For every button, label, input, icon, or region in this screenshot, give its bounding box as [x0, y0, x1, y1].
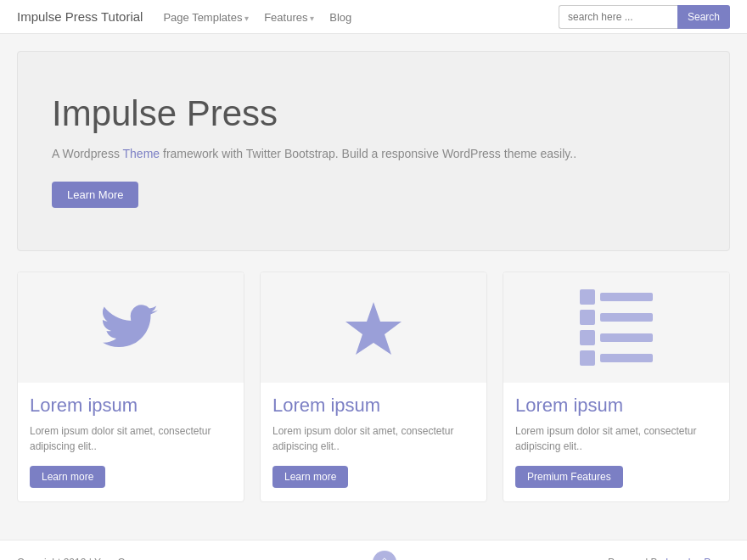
- main-wrapper: Impulse Press A Wordpress Theme framewor…: [8, 34, 739, 540]
- hero-subtitle-highlight: Theme: [123, 147, 160, 160]
- page-templates-link[interactable]: Page Templates: [163, 11, 249, 24]
- card-body-list: Lorem ipsum Lorem ipsum dolor sit amet, …: [503, 383, 729, 501]
- footer-center: ⇧: [373, 551, 396, 560]
- list-bullet: [580, 289, 595, 305]
- card-icon-area-twitter: [18, 272, 244, 383]
- list-row-1: [580, 289, 653, 305]
- card-twitter: Lorem ipsum Lorem ipsum dolor sit amet, …: [17, 272, 244, 502]
- list-row-2: [580, 310, 653, 325]
- cards-row: Lorem ipsum Lorem ipsum dolor sit amet, …: [17, 272, 730, 502]
- card-title-star: Lorem ipsum: [272, 395, 475, 417]
- brand: Impulse Press Tutorial: [17, 9, 143, 24]
- list-line: [600, 354, 653, 362]
- features-link[interactable]: Features: [264, 11, 314, 24]
- card-btn-star[interactable]: Learn more: [272, 466, 348, 488]
- card-title-list: Lorem ipsum: [515, 395, 717, 417]
- list-line: [600, 333, 653, 342]
- search-input[interactable]: [559, 5, 677, 29]
- card-body-twitter: Lorem ipsum Lorem ipsum dolor sit amet, …: [18, 383, 244, 501]
- card-btn-twitter[interactable]: Learn more: [30, 466, 105, 488]
- learn-more-button[interactable]: Learn More: [52, 182, 138, 208]
- hero-subtitle: A Wordpress Theme framework with Twitter…: [52, 145, 695, 163]
- svg-marker-0: [345, 302, 402, 355]
- footer: Copyright 2013 | Your Company ⇧ Powered …: [0, 540, 747, 560]
- nav-links: Page Templates Features Blog: [163, 10, 351, 24]
- twitter-icon: [101, 298, 160, 357]
- list-row-3: [580, 330, 653, 345]
- list-bullet: [580, 350, 595, 366]
- card-body-star: Lorem ipsum Lorem ipsum dolor sit amet, …: [261, 383, 486, 501]
- footer-copyright: Copyright 2013 | Your Company: [17, 557, 161, 560]
- card-icon-area-list: [503, 272, 729, 383]
- card-icon-area-star: [261, 272, 486, 383]
- scroll-up-button[interactable]: ⇧: [373, 551, 396, 560]
- nav-item-features[interactable]: Features: [264, 10, 314, 24]
- navbar: Impulse Press Tutorial Page Templates Fe…: [0, 0, 747, 34]
- nav-item-page-templates[interactable]: Page Templates: [163, 10, 249, 24]
- list-row-4: [580, 350, 653, 366]
- footer-powered-by-text: Powered By: [608, 557, 666, 560]
- hero-title: Impulse Press: [52, 94, 695, 133]
- card-star: Lorem ipsum Lorem ipsum dolor sit amet, …: [260, 272, 487, 502]
- card-text-twitter: Lorem ipsum dolor sit amet, consectetur …: [30, 423, 232, 454]
- footer-powered-by: Powered By Impulse Press: [608, 557, 730, 560]
- nav-item-blog[interactable]: Blog: [329, 10, 351, 24]
- hero-subtitle-plain: A Wordpress: [52, 147, 123, 160]
- card-text-list: Lorem ipsum dolor sit amet, consectetur …: [515, 423, 717, 454]
- list-bullet: [580, 310, 595, 325]
- card-list: Lorem ipsum Lorem ipsum dolor sit amet, …: [503, 272, 730, 502]
- list-line: [600, 293, 653, 301]
- blog-link[interactable]: Blog: [329, 11, 351, 24]
- navbar-search: Search: [559, 5, 730, 29]
- list-icon: [580, 289, 653, 366]
- card-title-twitter: Lorem ipsum: [30, 395, 232, 417]
- card-btn-list[interactable]: Premium Features: [515, 466, 623, 488]
- list-bullet: [580, 330, 595, 345]
- navbar-left: Impulse Press Tutorial Page Templates Fe…: [17, 9, 351, 24]
- hero-subtitle-rest: framework with Twitter Bootstrap. Build …: [160, 147, 576, 160]
- card-text-star: Lorem ipsum dolor sit amet, consectetur …: [272, 423, 475, 454]
- list-line: [600, 313, 653, 322]
- footer-powered-by-link[interactable]: Impulse Press: [666, 557, 730, 560]
- star-icon: [344, 298, 403, 357]
- hero-section: Impulse Press A Wordpress Theme framewor…: [17, 51, 730, 251]
- search-button[interactable]: Search: [677, 5, 730, 29]
